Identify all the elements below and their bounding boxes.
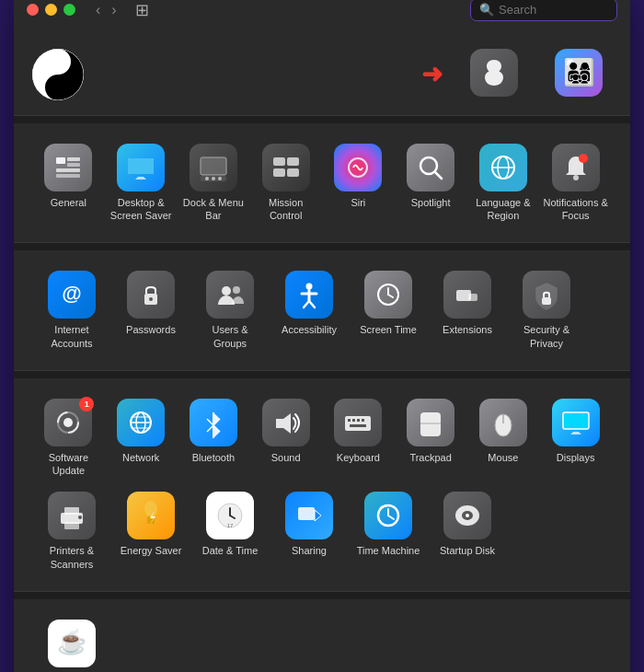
svg-rect-45 <box>542 297 551 305</box>
grid-view-button[interactable]: ⊞ <box>130 0 155 22</box>
pref-accessibility[interactable]: Accessibility <box>270 263 349 357</box>
svg-point-2 <box>53 83 63 92</box>
bluetooth-icon-wrap <box>190 399 237 446</box>
svg-rect-8 <box>56 174 80 178</box>
search-input[interactable] <box>499 3 608 17</box>
pref-trackpad[interactable]: Trackpad <box>395 391 467 485</box>
svg-point-32 <box>149 297 153 301</box>
software-label: Software Update <box>36 451 101 478</box>
screentime-icon <box>364 271 412 319</box>
passwords-icon-wrap <box>127 271 175 319</box>
svg-rect-70 <box>563 412 589 429</box>
svg-text:@: @ <box>62 282 81 305</box>
pref-printers[interactable]: Printers & Scanners <box>32 484 111 578</box>
pref-sharing[interactable]: Sharing <box>270 484 349 578</box>
extensions-label: Extensions <box>443 323 492 336</box>
screentime-label: Screen Time <box>360 323 417 336</box>
pref-dock[interactable]: Dock & Menu Bar <box>178 136 250 230</box>
pref-network[interactable]: Network <box>105 391 178 485</box>
timemachine-label: Time Machine <box>357 544 420 557</box>
desktop-icon-wrap <box>117 144 165 191</box>
pref-timemachine[interactable]: Time Machine <box>349 484 428 578</box>
traffic-lights <box>27 4 75 16</box>
extensions-icon <box>443 271 491 319</box>
profile-section: ➜ 👨‍👩‍👧‍👦 <box>14 34 630 116</box>
printers-icon-wrap <box>48 492 96 539</box>
energy-label: Energy Saver <box>121 544 182 557</box>
svg-line-38 <box>304 301 309 307</box>
svg-point-77 <box>144 501 157 517</box>
search-box[interactable]: 🔍 <box>470 0 617 21</box>
network-icon <box>117 399 165 446</box>
pref-mission[interactable]: Mission Control <box>249 136 322 230</box>
svg-line-87 <box>388 516 394 519</box>
security-icon-wrap <box>523 271 570 319</box>
pref-users[interactable]: Users & Groups <box>190 263 270 357</box>
spotlight-icon <box>407 144 454 191</box>
pref-energy[interactable]: Energy Saver <box>111 484 190 578</box>
svg-rect-63 <box>362 419 364 422</box>
svg-rect-59 <box>345 416 371 431</box>
mission-label: Mission Control <box>253 196 318 223</box>
pref-desktop[interactable]: Desktop & Screen Saver <box>105 136 178 230</box>
mouse-label: Mouse <box>488 451 518 464</box>
pref-language[interactable]: Language & Region <box>467 136 540 230</box>
svg-point-34 <box>233 286 240 294</box>
svg-rect-5 <box>67 157 80 161</box>
spotlight-icon-wrap <box>407 144 454 191</box>
pref-notifications[interactable]: Notifications & Focus <box>539 136 612 230</box>
pref-startup[interactable]: Startup Disk <box>428 484 507 578</box>
datetime-icon: 17 <box>206 492 254 539</box>
language-icon <box>479 144 527 191</box>
back-button[interactable]: ‹ <box>92 0 104 20</box>
pref-internet[interactable]: @Internet Accounts <box>32 263 111 357</box>
prefs-row-1: GeneralDesktop & Screen SaverDock & Menu… <box>32 136 612 230</box>
displays-label: Displays <box>557 451 595 464</box>
pref-displays[interactable]: Displays <box>539 391 612 485</box>
sound-icon <box>262 399 310 446</box>
datetime-label: Date & Time <box>202 544 259 557</box>
accessibility-icon-wrap <box>285 271 333 319</box>
pref-keyboard[interactable]: Keyboard <box>322 391 395 485</box>
pref-java[interactable]: ☕Java <box>32 612 111 672</box>
family-sharing-item[interactable]: 👨‍👩‍👧‍👦 <box>546 49 612 100</box>
pref-spotlight[interactable]: Spotlight <box>395 136 467 230</box>
pref-software[interactable]: 1Software Update <box>32 391 105 485</box>
pref-extensions[interactable]: Extensions <box>428 263 507 357</box>
dock-label: Dock & Menu Bar <box>181 196 247 223</box>
general-icon-wrap <box>44 144 92 191</box>
sound-icon-wrap <box>262 399 310 446</box>
minimize-button[interactable] <box>45 4 57 16</box>
maximize-button[interactable] <box>63 4 75 16</box>
close-button[interactable] <box>27 4 39 16</box>
printers-label: Printers & Scanners <box>36 544 108 571</box>
svg-point-1 <box>53 57 63 66</box>
svg-point-33 <box>222 286 231 295</box>
passwords-label: Passwords <box>126 323 176 336</box>
svg-point-28 <box>573 175 579 180</box>
pref-sound[interactable]: Sound <box>249 391 322 485</box>
sound-label: Sound <box>271 451 301 464</box>
svg-point-17 <box>218 177 222 180</box>
svg-rect-62 <box>357 419 360 422</box>
profile-actions: ➜ 👨‍👩‍👧‍👦 <box>421 49 612 100</box>
svg-line-42 <box>388 295 393 297</box>
pref-screentime[interactable]: Screen Time <box>349 263 428 357</box>
pref-mouse[interactable]: Mouse <box>467 391 540 485</box>
keyboard-icon-wrap <box>334 399 382 446</box>
svg-point-76 <box>78 516 82 519</box>
pref-siri[interactable]: Siri <box>322 136 395 230</box>
pref-general[interactable]: General <box>32 136 105 230</box>
apple-id-item[interactable] <box>461 49 527 100</box>
startup-label: Startup Disk <box>440 544 495 557</box>
forward-button[interactable]: › <box>108 0 120 20</box>
svg-rect-6 <box>67 163 80 167</box>
pref-bluetooth[interactable]: Bluetooth <box>178 391 250 485</box>
svg-rect-64 <box>350 424 366 427</box>
sharing-label: Sharing <box>292 544 327 557</box>
pref-datetime[interactable]: 17Date & Time <box>190 484 270 578</box>
pref-passwords[interactable]: Passwords <box>111 263 190 357</box>
mission-icon-wrap <box>262 144 310 191</box>
pref-security[interactable]: Security & Privacy <box>507 263 586 357</box>
startup-icon-wrap <box>443 492 491 539</box>
